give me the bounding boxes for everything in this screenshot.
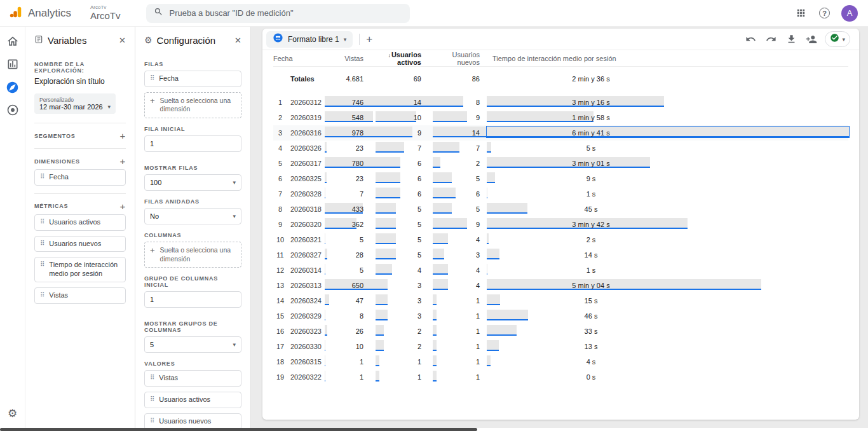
share-user-icon[interactable] <box>804 32 818 46</box>
date-range-selector[interactable]: Personalizado 12 mar-30 mar 2026 ▾ <box>34 93 116 114</box>
table-row[interactable]: 1720260330 10 2 1 13 s <box>273 339 848 354</box>
status-dropdown[interactable]: ▾ <box>825 31 850 47</box>
totals-nuevos: 86 <box>472 75 480 83</box>
field-chip[interactable]: ⠿ Vistas <box>34 287 126 304</box>
explore-icon-selected[interactable] <box>6 80 20 94</box>
tiempo-bar <box>487 310 528 320</box>
activos-value: 7 <box>417 144 421 152</box>
segments-label: SEGMENTOS <box>34 133 76 139</box>
help-icon[interactable]: ? <box>819 8 830 18</box>
row-date: 20260324 <box>290 297 322 305</box>
table-row[interactable]: 1220260314 5 4 4 1 s <box>273 263 848 278</box>
advertising-icon[interactable] <box>6 103 20 117</box>
row-index: 7 <box>273 186 287 202</box>
field-chip[interactable]: ⠿ Usuarios activos <box>144 392 241 408</box>
vistas-bar <box>325 142 327 153</box>
table-row[interactable]: 1620260323 26 2 1 33 s <box>273 324 848 339</box>
table-row[interactable]: 1320260313 650 3 4 5 min y 04 s <box>273 278 848 293</box>
canvas: Formato libre 1 ▾ + <box>251 27 868 428</box>
table-row[interactable]: 1020260321 5 5 4 2 s <box>273 232 848 247</box>
table-row[interactable]: 220260319 548 10 9 1 min y 58 s <box>273 110 848 125</box>
start-colgroup-input[interactable] <box>144 291 241 308</box>
tiempo-value: 15 s <box>562 297 620 305</box>
table-row[interactable]: 620260325 23 6 5 9 s <box>273 171 848 186</box>
field-chip[interactable]: ⠿ Usuarios nuevos <box>34 236 126 252</box>
show-rows-select[interactable]: 100 ▾ <box>144 174 241 191</box>
nested-rows-select[interactable]: No ▾ <box>144 208 241 224</box>
search-bar[interactable] <box>146 4 410 23</box>
tab-formato-libre[interactable]: Formato libre 1 ▾ <box>266 31 353 48</box>
search-input[interactable] <box>170 8 402 18</box>
show-colgroups-select[interactable]: 5 ▾ <box>144 336 241 353</box>
field-chip[interactable]: ⠿ Tiempo de interacción medio por sesión <box>34 257 126 282</box>
home-icon[interactable] <box>6 34 20 48</box>
tiempo-value: 14 s <box>562 251 620 259</box>
field-chip-label: Tiempo de interacción medio por sesión <box>49 261 120 278</box>
table-row[interactable]: 420260326 23 7 7 5 s <box>273 141 848 156</box>
start-colgroup-label: GRUPO DE COLUMNAS INICIAL <box>144 275 241 288</box>
freeform-table-icon <box>273 32 283 46</box>
exploration-name[interactable]: Exploración sin título <box>34 77 126 86</box>
analytics-logo-icon[interactable] <box>9 5 23 22</box>
activos-bar <box>376 188 400 198</box>
add-dimension-button[interactable]: + <box>119 156 126 166</box>
col-header-tiempo[interactable]: Tiempo de interacción medio por sesión <box>486 55 848 62</box>
close-config-icon[interactable]: ✕ <box>234 36 241 45</box>
variables-title: Variables <box>48 35 86 46</box>
tiempo-value: 1 min y 58 s <box>562 114 620 121</box>
download-icon[interactable] <box>784 32 798 46</box>
account-switcher[interactable]: ArcoTv ArcoTv <box>90 5 121 21</box>
nuevos-bar <box>433 157 440 168</box>
col-header-usuarios-activos[interactable]: ↓Usuarios activos <box>375 51 432 66</box>
field-chip[interactable]: ⠿ Fecha <box>144 71 241 87</box>
table-row[interactable]: 1520260329 8 3 1 46 s <box>273 308 848 324</box>
col-header-vistas[interactable]: Vistas <box>324 55 375 62</box>
row-index: 3 <box>273 125 287 141</box>
tab-label: Formato libre 1 <box>288 35 339 44</box>
exploration-name-label: NOMBRE DE LA EXPLORACIÓN: <box>34 61 126 74</box>
add-segment-button[interactable]: + <box>119 131 126 141</box>
tiempo-bar <box>487 249 499 259</box>
avatar[interactable]: A <box>841 5 858 22</box>
nav-rail: ⚙ <box>0 27 25 428</box>
scrollbar-thumb[interactable] <box>0 428 477 431</box>
table-row[interactable]: 720260328 7 6 6 1 s <box>273 186 848 202</box>
close-variables-icon[interactable]: ✕ <box>119 36 126 45</box>
table-body: 120260312 746 14 8 3 min y 16 s 22026031… <box>273 95 848 385</box>
field-chip[interactable]: ⠿ Usuarios activos <box>34 214 126 231</box>
reports-icon[interactable] <box>6 57 20 71</box>
vistas-value: 28 <box>356 251 363 259</box>
field-chip[interactable]: ⠿ Usuarios nuevos <box>144 413 241 428</box>
rows-label: FILAS <box>144 61 241 67</box>
row-dimension-dropzone[interactable]: + Suelta o selecciona una dimensión <box>144 92 241 118</box>
table-row[interactable]: 320260316 978 9 14 6 min y 41 s <box>273 125 848 141</box>
apps-grid-icon[interactable] <box>794 6 808 20</box>
start-row-input[interactable] <box>144 135 241 152</box>
table-row[interactable]: 1120260327 28 5 3 14 s <box>273 247 848 263</box>
col-header-usuarios-nuevos[interactable]: Usuarios nuevos <box>432 51 486 66</box>
table-row[interactable]: 1420260324 47 3 1 15 s <box>273 293 848 308</box>
add-tab-button[interactable]: + <box>366 34 372 45</box>
col-header-fecha[interactable]: Fecha <box>273 55 324 62</box>
table-row[interactable]: 1820260315 1 1 1 4 s <box>273 354 848 369</box>
redo-icon[interactable] <box>764 32 778 46</box>
activos-value: 5 <box>417 205 421 213</box>
table-row[interactable]: 920260320 362 5 9 3 min y 42 s <box>273 217 848 232</box>
nuevos-value: 1 <box>476 373 480 381</box>
table-row[interactable]: 120260312 746 14 8 3 min y 16 s <box>273 95 848 110</box>
undo-icon[interactable] <box>743 32 757 46</box>
row-date: 20260325 <box>290 175 322 182</box>
add-metric-button[interactable]: + <box>119 202 126 211</box>
field-chip[interactable]: ⠿ Vistas <box>144 370 241 387</box>
horizontal-scrollbar[interactable] <box>0 428 868 432</box>
activos-bar <box>376 203 396 214</box>
column-dimension-dropzone[interactable]: + Suelta o selecciona una dimensión <box>144 242 241 268</box>
field-chip[interactable]: ⠿ Fecha <box>34 169 126 186</box>
activos-value: 4 <box>417 266 421 274</box>
table-row[interactable]: 1920260322 1 1 1 0 s <box>273 369 848 385</box>
admin-gear-icon[interactable]: ⚙ <box>6 406 20 420</box>
table-row[interactable]: 820260318 433 5 5 45 s <box>273 202 848 217</box>
tiempo-bar <box>487 233 489 244</box>
table-row[interactable]: 520260317 780 6 2 3 min y 01 s <box>273 156 848 171</box>
metrics-list: ⠿ Usuarios activos ⠿ Usuarios nuevos ⠿ T… <box>34 214 126 304</box>
